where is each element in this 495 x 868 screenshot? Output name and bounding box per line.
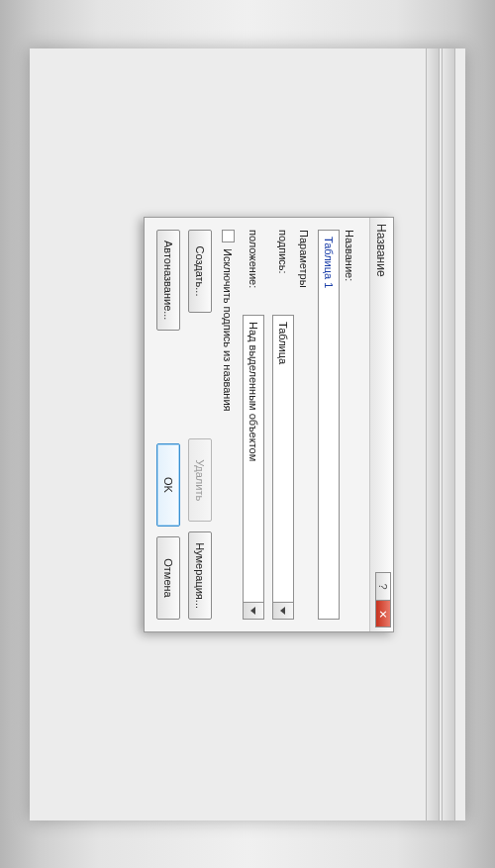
ok-button[interactable]: OK: [156, 443, 180, 527]
exclude-caption-checkbox[interactable]: [222, 230, 235, 242]
numbering-button[interactable]: Нумерация...: [188, 531, 212, 620]
dialog-title: Название: [375, 224, 389, 277]
caption-type-combo[interactable]: Таблица: [272, 315, 294, 620]
dialog-titlebar: Название ? ✕: [369, 218, 393, 631]
caption-type-dropdown-button[interactable]: [272, 602, 294, 620]
caption-type-value: Таблица: [272, 315, 294, 602]
window-controls: ? ✕: [375, 572, 391, 627]
delete-button: Удалить: [188, 438, 212, 522]
name-input[interactable]: Таблица 1: [318, 230, 340, 620]
middle-button-row: Создать... Удалить Нумерация...: [188, 230, 212, 620]
params-label: Параметры: [298, 230, 310, 620]
help-button[interactable]: ?: [375, 572, 391, 600]
caption-dialog: Название ? ✕ Название: Таблица 1: [144, 217, 394, 632]
create-button[interactable]: Создать...: [188, 230, 212, 313]
name-input-text: Таблица 1: [323, 237, 335, 288]
app-toolbar-line-1: [442, 48, 455, 820]
autoname-button[interactable]: Автоназвание...: [156, 230, 180, 331]
bottom-button-row: Автоназвание... OK Отмена: [156, 230, 180, 620]
close-icon: ✕: [378, 609, 389, 618]
exclude-caption-row[interactable]: Исключить подпись из названия: [222, 230, 235, 620]
screen-surface: Название ? ✕ Название: Таблица 1: [30, 48, 465, 820]
help-icon: ?: [378, 583, 389, 589]
position-label: положение:: [248, 230, 259, 307]
dialog-body: Название: Таблица 1 Параметры подпись: Т…: [145, 218, 369, 631]
position-combo[interactable]: Над выделенным объектом: [243, 315, 264, 620]
cancel-button[interactable]: Отмена: [156, 536, 180, 620]
name-label: Название:: [344, 230, 355, 620]
chevron-down-icon: [281, 607, 286, 615]
exclude-caption-label: Исключить подпись из названия: [223, 248, 235, 411]
app-toolbar-line-2: [426, 48, 440, 820]
caption-type-label: подпись:: [277, 230, 289, 307]
chevron-down-icon: [251, 607, 256, 615]
position-dropdown-button[interactable]: [243, 602, 264, 620]
position-value: Над выделенным объектом: [243, 315, 264, 602]
close-button[interactable]: ✕: [375, 600, 391, 627]
